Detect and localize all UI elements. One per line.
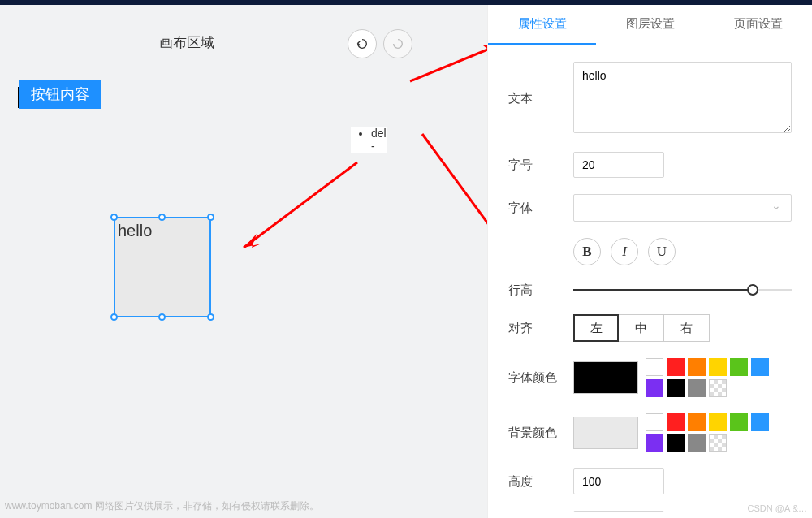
properties-form: 文本 字号 字体 B I U 行高 (488, 45, 812, 512)
canvas-button-element[interactable]: 按钮内容 (19, 80, 101, 109)
selected-element-text: hello (118, 222, 152, 240)
fontfamily-label: 字体 (508, 201, 573, 216)
text-input[interactable] (573, 62, 792, 133)
align-right-button[interactable]: 右 (664, 314, 710, 342)
sw-black[interactable] (667, 379, 685, 397)
text-label: 文本 (508, 91, 573, 106)
lineheight-label: 行高 (508, 283, 573, 298)
redo-button[interactable] (383, 29, 412, 58)
resize-handle-tm[interactable] (158, 214, 166, 221)
sw-gray[interactable] (688, 434, 706, 452)
tab-attributes[interactable]: 属性设置 (488, 5, 596, 45)
watermark-left: www.toymoban.com 网络图片仅供展示，非存储，如有侵权请联系删除。 (5, 499, 319, 513)
height-input[interactable] (573, 468, 664, 494)
sw-black[interactable] (667, 434, 685, 452)
sw-white[interactable] (646, 413, 663, 431)
undo-icon (356, 37, 369, 50)
sw-purple[interactable] (646, 379, 663, 397)
tab-page[interactable]: 页面设置 (704, 5, 812, 45)
tab-layers[interactable]: 图层设置 (596, 5, 704, 45)
redo-icon (391, 37, 404, 50)
fontcolor-current[interactable] (573, 361, 638, 394)
fontsize-label: 字号 (508, 158, 573, 173)
underline-button[interactable]: U (648, 238, 676, 265)
align-label: 对齐 (508, 321, 573, 336)
sw-gray[interactable] (688, 379, 706, 397)
resize-handle-bl[interactable] (110, 313, 118, 321)
sw-yellow[interactable] (709, 358, 727, 376)
sw-blue[interactable] (751, 358, 769, 376)
width-input[interactable] (573, 511, 664, 512)
sw-transparent[interactable] (709, 434, 727, 452)
selected-element[interactable]: hello (114, 217, 211, 317)
sw-orange[interactable] (688, 358, 706, 376)
bgcolor-label: 背景颜色 (508, 425, 573, 441)
panel-tabs: 属性设置 图层设置 页面设置 (488, 5, 812, 45)
sw-red[interactable] (667, 358, 685, 376)
bgcolor-current[interactable] (573, 417, 638, 449)
sw-orange[interactable] (688, 413, 706, 431)
sw-purple[interactable] (646, 434, 663, 452)
watermark-right: CSDN @A &… (747, 503, 807, 513)
align-left-button[interactable]: 左 (573, 314, 619, 342)
sw-yellow[interactable] (709, 413, 727, 431)
context-menu: delete - (351, 127, 387, 153)
align-center-button[interactable]: 中 (619, 314, 664, 342)
fontfamily-select[interactable] (573, 194, 792, 222)
undo-button[interactable] (348, 29, 377, 58)
sw-green[interactable] (730, 413, 748, 431)
canvas-area: 画布区域 按钮内容 delete - hello (0, 5, 487, 518)
properties-panel: 属性设置 图层设置 页面设置 文本 字号 字体 B I U 行高 (487, 5, 812, 518)
bgcolor-palette (646, 413, 769, 452)
sw-white[interactable] (646, 358, 663, 376)
resize-handle-tl[interactable] (110, 214, 118, 221)
fontcolor-palette (646, 358, 769, 397)
lineheight-slider[interactable] (573, 282, 792, 298)
italic-button[interactable]: I (611, 238, 638, 265)
slider-handle[interactable] (747, 284, 758, 296)
sw-red[interactable] (667, 413, 685, 431)
canvas-title: 画布区域 (0, 5, 374, 80)
resize-handle-br[interactable] (207, 313, 214, 321)
sw-green[interactable] (730, 358, 748, 376)
fontsize-input[interactable] (573, 152, 664, 178)
bold-button[interactable]: B (573, 238, 601, 265)
context-menu-item-delete[interactable]: delete - (371, 127, 387, 153)
resize-handle-bm[interactable] (158, 313, 166, 321)
history-buttons (348, 29, 412, 58)
sw-blue[interactable] (751, 413, 769, 431)
sw-transparent[interactable] (709, 379, 727, 397)
fontcolor-label: 字体颜色 (508, 370, 573, 386)
resize-handle-tr[interactable] (207, 214, 214, 221)
height-label: 高度 (508, 474, 573, 490)
